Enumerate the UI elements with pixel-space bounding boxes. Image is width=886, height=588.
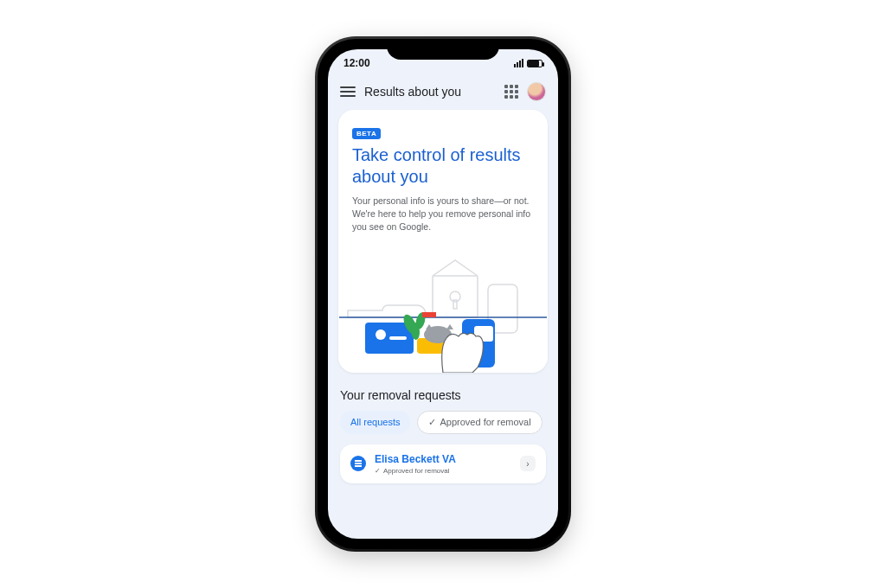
request-status-label: Approved for removal: [383, 467, 449, 475]
result-lines-icon: [350, 456, 366, 471]
chip-all-requests[interactable]: All requests: [340, 411, 410, 434]
removals-section: Your removal requests All requests ✓ App…: [328, 385, 558, 483]
check-icon: ✓: [375, 467, 381, 475]
chevron-right-icon[interactable]: ›: [520, 456, 536, 471]
hero-card: BETA Take control of results about you Y…: [338, 110, 548, 373]
screen: 12:00 Results about you BETA Take contro…: [328, 49, 558, 539]
filter-chips: All requests ✓ Approved for removal ◐: [340, 411, 546, 434]
page-title: Results about you: [364, 85, 496, 99]
removals-title: Your removal requests: [340, 388, 546, 402]
battery-icon: [527, 60, 543, 67]
chip-label: All requests: [350, 417, 400, 427]
status-right: [514, 59, 543, 67]
phone-notch: [387, 39, 499, 60]
avatar[interactable]: [527, 82, 546, 101]
chip-label: Approved for removal: [440, 417, 530, 427]
svg-rect-7: [389, 336, 407, 340]
apps-grid-icon[interactable]: [504, 85, 518, 99]
hero-subtitle: Your personal info is yours to share—or …: [352, 195, 534, 234]
status-time: 12:00: [343, 57, 370, 69]
removal-request-card[interactable]: Elisa Beckett VA ✓ Approved for removal …: [340, 444, 546, 483]
beta-badge: BETA: [352, 128, 381, 139]
hero-illustration: [338, 243, 548, 373]
request-status: ✓ Approved for removal: [375, 467, 511, 475]
request-title: Elisa Beckett VA: [375, 453, 511, 465]
svg-rect-15: [422, 312, 436, 317]
request-body: Elisa Beckett VA ✓ Approved for removal: [375, 453, 511, 475]
hero-title: Take control of results about you: [352, 144, 534, 188]
signal-icon: [514, 59, 523, 67]
svg-rect-0: [433, 276, 478, 317]
chip-approved[interactable]: ✓ Approved for removal: [417, 411, 542, 434]
check-icon: ✓: [428, 417, 436, 428]
svg-point-6: [376, 329, 386, 340]
menu-icon[interactable]: [340, 86, 356, 97]
illustration-svg: [338, 243, 548, 373]
app-bar: Results about you: [328, 77, 558, 110]
phone-frame: 12:00 Results about you BETA Take contro…: [318, 39, 568, 549]
